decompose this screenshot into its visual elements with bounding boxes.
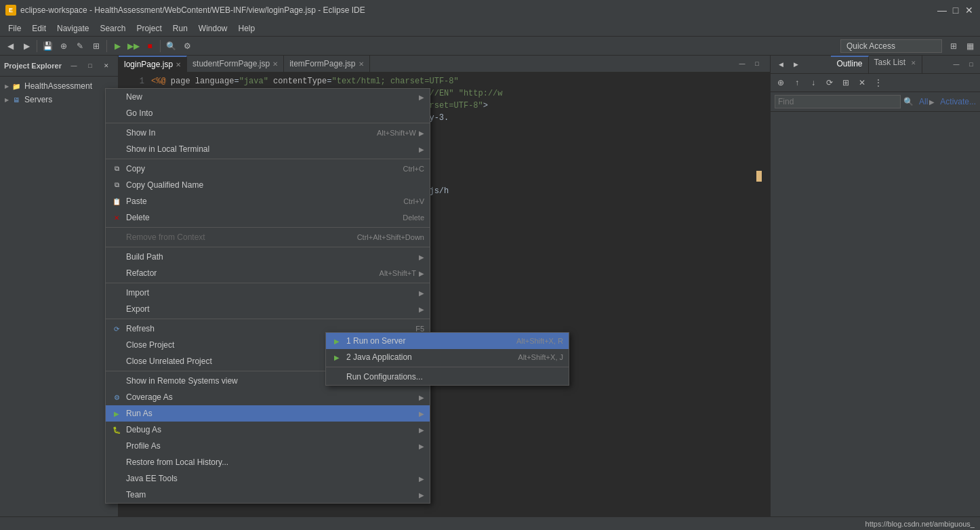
toolbar-btn-5[interactable]: 🔍 — [163, 39, 178, 54]
cm-profile-icon — [111, 441, 122, 451]
cm-restore-history[interactable]: Restore from Local History... — [106, 454, 430, 470]
toolbar-btn-8[interactable]: ▦ — [962, 39, 977, 54]
cm-coverage-as[interactable]: ⚙ Coverage As ▶ — [106, 389, 430, 405]
menu-edit[interactable]: Edit — [26, 22, 52, 35]
cm-team-arrow: ▶ — [419, 491, 424, 499]
cm-run-as[interactable]: ▶ Run As ▶ — [106, 405, 430, 422]
cm-show-in[interactable]: Show In Alt+Shift+W ▶ — [106, 125, 430, 141]
cm-export-arrow: ▶ — [419, 306, 424, 313]
tab-close-login[interactable]: ✕ — [176, 61, 181, 68]
find-all-btn[interactable]: All — [919, 97, 928, 106]
toolbar-forward[interactable]: ▶ — [19, 39, 34, 54]
sm-java-application[interactable]: ▶ 2 Java Application Alt+Shift+X, J — [326, 349, 569, 365]
editor-minimize[interactable]: — — [735, 56, 750, 71]
tab-login-page[interactable]: loginPage.jsp ✕ — [119, 56, 187, 72]
cm-copy-qualified[interactable]: ⧉ Copy Qualified Name — [106, 177, 430, 193]
cm-debug-icon: 🐛 — [111, 424, 122, 435]
cm-build-path[interactable]: Build Path ▶ — [106, 249, 430, 265]
outline-nav-btn2[interactable]: ▶ — [788, 57, 803, 72]
menu-run[interactable]: Run — [167, 22, 193, 35]
outline-nav-btn[interactable]: ◀ — [773, 57, 788, 72]
outline-min[interactable]: — — [949, 57, 964, 72]
find-icon[interactable]: 🔍 — [903, 97, 914, 106]
menu-navigate[interactable]: Navigate — [52, 22, 94, 35]
task-list-close[interactable]: ✕ — [911, 60, 916, 66]
toolbar-save[interactable]: 💾 — [40, 39, 55, 54]
sm-run-configurations[interactable]: Run Configurations... — [326, 369, 569, 385]
cm-team[interactable]: Team ▶ — [106, 487, 430, 503]
toolbar-btn-3[interactable]: ✎ — [73, 39, 87, 54]
explorer-minimize-btn[interactable]: — — [66, 58, 81, 73]
cm-copy[interactable]: ⧉ Copy Ctrl+C — [106, 161, 430, 177]
tree-item-health-assessment[interactable]: ▶ 📁 HealthAssessment — [0, 79, 118, 93]
toolbar-btn-6[interactable]: ⚙ — [180, 39, 195, 54]
cm-coverage-arrow: ▶ — [419, 394, 424, 401]
cm-profile-as[interactable]: Profile As ▶ — [106, 438, 430, 454]
outline-btn-2[interactable]: ↑ — [790, 75, 804, 90]
cm-show-local-terminal[interactable]: Show in Local Terminal ▶ — [106, 141, 430, 157]
cm-sep-5 — [106, 283, 430, 283]
cm-new-arrow: ▶ — [419, 94, 424, 101]
cm-debug-as[interactable]: 🐛 Debug As ▶ — [106, 422, 430, 438]
outline-btn-3[interactable]: ↓ — [806, 75, 821, 90]
outline-btn-1[interactable]: ⊕ — [773, 75, 788, 90]
cm-team-icon — [111, 489, 122, 500]
outline-btn-5[interactable]: ⊞ — [838, 75, 853, 90]
tab-close-student[interactable]: ✕ — [272, 60, 278, 68]
menu-search[interactable]: Search — [94, 22, 131, 35]
right-panel-tabs: ◀ ▶ Outline Task List ✕ — □ — [771, 56, 980, 74]
tab-outline[interactable]: Outline — [831, 56, 868, 73]
right-panel: ◀ ▶ Outline Task List ✕ — □ ⊕ ↑ ↓ ⟳ ⊞ ✕ … — [770, 56, 980, 530]
tab-item-form[interactable]: itemFormPage.jsp ✕ — [284, 56, 369, 72]
minimize-button[interactable]: — — [937, 5, 947, 16]
maximize-button[interactable]: □ — [950, 5, 961, 16]
cm-go-into[interactable]: Go Into — [106, 105, 430, 121]
toolbar-btn-4[interactable]: ⊞ — [89, 39, 104, 54]
cm-import-icon — [111, 287, 122, 298]
outline-tab-label: Outline — [836, 59, 862, 68]
sm-config-icon — [331, 371, 342, 382]
tab-task-list[interactable]: Task List ✕ — [869, 56, 922, 73]
toolbar-run[interactable]: ▶ — [110, 39, 125, 54]
toolbar-debug[interactable]: ▶▶ — [126, 39, 141, 54]
outline-btn-6[interactable]: ✕ — [855, 75, 870, 90]
menu-project[interactable]: Project — [131, 22, 167, 35]
sm-run-on-server[interactable]: ▶ 1 Run on Server Alt+Shift+X, R — [326, 333, 569, 349]
close-button[interactable]: ✕ — [964, 5, 975, 16]
explorer-close-btn[interactable]: ✕ — [99, 58, 114, 73]
outline-btn-4[interactable]: ⟳ — [822, 75, 837, 90]
cm-export[interactable]: Export ▶ — [106, 301, 430, 317]
cm-close-project-icon — [111, 340, 122, 350]
cm-new-icon — [111, 91, 122, 102]
toolbar-btn-2[interactable]: ⊕ — [56, 39, 71, 54]
tab-close-item[interactable]: ✕ — [359, 60, 364, 68]
quick-access-label: Quick Access — [846, 41, 895, 51]
cm-paste-icon: 📋 — [111, 196, 122, 207]
find-input[interactable] — [775, 95, 901, 108]
cm-paste[interactable]: 📋 Paste Ctrl+V — [106, 193, 430, 209]
toolbar-btn-7[interactable]: ⊞ — [946, 39, 961, 54]
tab-student-form[interactable]: studentFormPage.jsp ✕ — [187, 56, 284, 72]
activate-btn[interactable]: Activate... — [940, 97, 976, 106]
cm-new[interactable]: New ▶ — [106, 89, 430, 105]
menu-window[interactable]: Window — [193, 22, 233, 35]
toolbar-stop[interactable]: ■ — [142, 39, 157, 54]
cm-refactor[interactable]: Refactor Alt+Shift+T ▶ — [106, 265, 430, 281]
title-bar: E eclipse-workspace - HealthAssessment/W… — [0, 0, 980, 20]
code-line-1: 1 <%@ page language="java" contentType="… — [124, 75, 764, 87]
tree-item-servers[interactable]: ▶ 🖥 Servers — [0, 93, 118, 106]
editor-maximize[interactable]: □ — [750, 56, 764, 71]
tree-arrow-servers: ▶ — [3, 96, 11, 104]
cm-delete[interactable]: ✕ Delete Delete — [106, 209, 430, 226]
cm-java-ee-tools[interactable]: Java EE Tools ▶ — [106, 470, 430, 487]
outline-btn-7[interactable]: ⋮ — [871, 75, 886, 90]
cm-import[interactable]: Import ▶ — [106, 285, 430, 301]
cm-restore-icon — [111, 457, 122, 468]
outline-max[interactable]: □ — [964, 57, 979, 72]
menu-file[interactable]: File — [3, 22, 26, 35]
explorer-maximize-btn[interactable]: □ — [83, 58, 98, 73]
toolbar-back[interactable]: ◀ — [3, 39, 18, 54]
quick-access-box[interactable]: Quick Access — [840, 39, 942, 53]
tab-label-student: studentFormPage.jsp — [192, 59, 270, 68]
menu-help[interactable]: Help — [233, 22, 261, 35]
